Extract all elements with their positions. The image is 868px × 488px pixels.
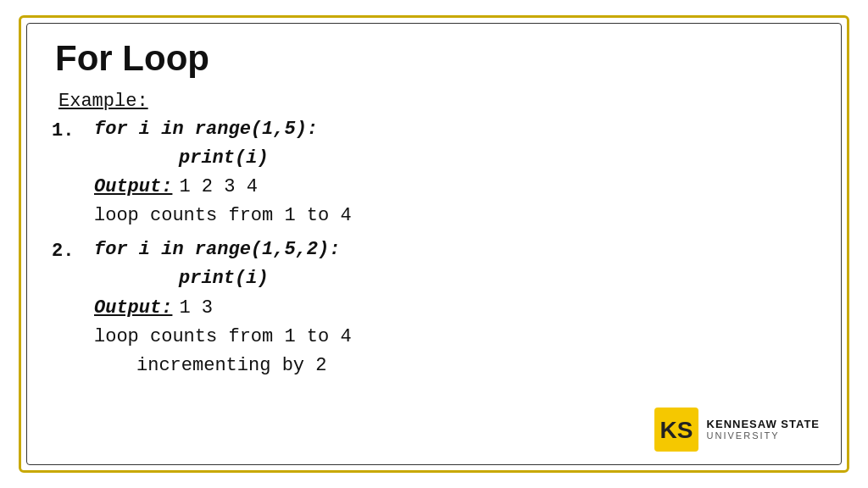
example2-output-label: Output:: [94, 294, 172, 323]
example1-block: 1. for i in range(1,5): print(i) Output:…: [52, 115, 816, 230]
example2-code: for i in range(1,5,2): print(i): [94, 236, 340, 293]
example2-numbered-row: 2. for i in range(1,5,2): print(i): [52, 236, 816, 293]
example1-code-line2: print(i): [179, 144, 318, 173]
example2-number: 2.: [52, 236, 94, 266]
example1-code-line1: for i in range(1,5):: [94, 115, 318, 144]
example1-output-value: 1 2 3 4: [179, 173, 257, 202]
example2-code-line2: print(i): [179, 264, 340, 293]
example1-number: 1.: [52, 115, 94, 146]
example2-description2: incrementing by 2: [136, 352, 816, 380]
example2-code-line1: for i in range(1,5,2):: [94, 236, 340, 264]
example2-output-value: 1 3: [179, 294, 213, 323]
example2-block: 2. for i in range(1,5,2): print(i) Outpu…: [52, 236, 816, 380]
example1-numbered-row: 1. for i in range(1,5): print(i): [52, 115, 816, 173]
content-area: 1. for i in range(1,5): print(i) Output:…: [52, 115, 816, 380]
slide-title: For Loop: [55, 38, 816, 79]
svg-text:KS: KS: [659, 417, 693, 443]
ksu-name-line2: UNIVERSITY: [707, 430, 780, 441]
slide-container: For Loop Example: 1. for i in range(1,5)…: [19, 15, 849, 473]
example1-output-label: Output:: [94, 173, 172, 202]
example1-code: for i in range(1,5): print(i): [94, 115, 318, 173]
ksu-logo-icon: KS: [654, 408, 698, 452]
example-label: Example:: [58, 91, 816, 112]
logo-area: KS KENNESAW STATE UNIVERSITY: [654, 408, 820, 452]
ksu-logo-text: KENNESAW STATE UNIVERSITY: [707, 418, 820, 442]
example2-output-row: Output: 1 3: [94, 294, 816, 323]
ksu-name-line1: KENNESAW STATE: [707, 418, 820, 431]
example1-output-row: Output: 1 2 3 4: [94, 173, 816, 202]
example2-description1: loop counts from 1 to 4: [94, 323, 816, 352]
example1-description: loop counts from 1 to 4: [94, 202, 816, 230]
